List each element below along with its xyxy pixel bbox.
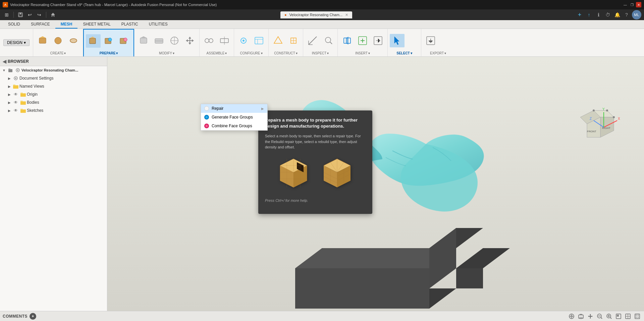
inspect-btn-1[interactable] (305, 34, 320, 47)
grid-menu-button[interactable]: ⊞ (3, 11, 11, 19)
svg-rect-41 (8, 68, 10, 70)
tab-solid[interactable]: SOLID (3, 20, 25, 29)
update-button[interactable]: ↑ (585, 11, 593, 19)
configure-btn-1[interactable] (236, 34, 251, 47)
browser-collapse-button[interactable]: ◀ (3, 59, 6, 64)
tree-item-named-views[interactable]: ▶ Named Views (0, 82, 107, 90)
construct-label[interactable]: CONSTRUCT▾ (271, 51, 301, 55)
inspect-btn-2[interactable] (321, 34, 335, 47)
tree-item-doc-settings[interactable]: ▶ Document Settings (0, 74, 107, 82)
save-button[interactable] (16, 11, 24, 19)
assemble-btn-1[interactable] (202, 34, 216, 47)
viewport-layout-button[interactable] (624, 312, 632, 320)
display-mode-button[interactable] (614, 312, 623, 320)
window-controls[interactable]: — ❐ ✕ (623, 2, 641, 7)
tree-arrow-bodies[interactable]: ▶ (7, 100, 12, 105)
tree-label-root: Velociraptor Resonating Cham... (21, 68, 78, 72)
design-dropdown-button[interactable]: DESIGN ▾ (0, 29, 33, 56)
assemble-btn-2[interactable] (217, 34, 232, 47)
tree-arrow-origin[interactable]: ▶ (7, 92, 12, 97)
svg-rect-50 (20, 101, 26, 105)
tab-plastic[interactable]: PLASTIC (116, 20, 144, 29)
insert-btn-1[interactable] (340, 34, 355, 47)
construct-btn-1[interactable] (271, 34, 285, 47)
prepare-btn-3[interactable] (117, 34, 131, 48)
snap-button[interactable] (568, 312, 576, 320)
construct-btn-2[interactable] (286, 34, 301, 47)
assemble-label[interactable]: ASSEMBLE▾ (202, 51, 232, 55)
svg-point-5 (55, 37, 61, 44)
tree-item-root[interactable]: ▼ Velociraptor Resonating Cham... (0, 66, 107, 74)
tree-arrow-root[interactable]: ▼ (1, 67, 7, 73)
eye-icon-bodies[interactable]: 👁 (13, 99, 19, 105)
eye-icon-sketches[interactable]: 👁 (13, 107, 19, 113)
info-button[interactable]: ℹ (594, 11, 602, 19)
undo-button[interactable]: ↩ (26, 11, 34, 19)
minimize-button[interactable]: — (623, 2, 628, 7)
add-comment-button[interactable]: + (30, 313, 36, 320)
select-label[interactable]: SELECT▾ (390, 51, 419, 55)
configure-btn-2[interactable] (252, 34, 266, 47)
tab-utilities[interactable]: UTILITIES (144, 20, 173, 29)
dropdown-item-generate[interactable]: Generate Face Groups (201, 113, 267, 122)
create-btn-1[interactable] (35, 34, 50, 47)
configure-label[interactable]: CONFIGURE▾ (236, 51, 266, 55)
help-description: Select a mesh body to repair, then selec… (265, 133, 366, 150)
svg-rect-2 (19, 15, 22, 16)
tree-item-sketches[interactable]: ▶ 👁 Sketches (0, 106, 107, 114)
prepare-btn-2[interactable] (101, 34, 116, 48)
modify-btn-2[interactable] (152, 34, 166, 47)
create-btn-2[interactable] (51, 34, 65, 47)
help-button[interactable]: ? (623, 11, 631, 19)
print-button[interactable] (577, 312, 585, 320)
modify-btn-3[interactable] (167, 34, 182, 47)
tab-mesh[interactable]: MESH (55, 20, 78, 29)
dropdown-item-repair[interactable]: Repair ▶ (201, 104, 267, 113)
user-avatar[interactable]: ML (632, 10, 641, 19)
select-btn-main[interactable] (390, 34, 405, 47)
tree-label-origin: Origin (27, 92, 38, 97)
redo-button[interactable]: ↪ (35, 11, 43, 19)
create-label[interactable]: CREATE▾ (35, 51, 81, 55)
home-button[interactable] (49, 11, 57, 19)
insert-label[interactable]: INSERT▾ (340, 51, 385, 55)
tree-arrow-sketches[interactable]: ▶ (7, 108, 12, 113)
more-viewport-button[interactable] (633, 312, 641, 320)
zoom-out-button[interactable] (596, 312, 604, 320)
clock-button[interactable]: ⏱ (604, 11, 612, 19)
dropdown-item-combine[interactable]: Combine Face Groups (201, 122, 267, 130)
doc-tab[interactable]: ● Velociraptor Resonating Cham... ✕ (280, 11, 352, 18)
eye-icon-origin[interactable]: 👁 (13, 91, 19, 97)
svg-rect-127 (636, 317, 637, 318)
generate-icon (204, 115, 209, 120)
export-label[interactable]: EXPORT▾ (423, 51, 453, 55)
create-btn-3[interactable] (66, 34, 81, 47)
tree-arrow-named-views[interactable]: ▶ (7, 84, 12, 89)
prepare-btn-repair[interactable] (86, 34, 101, 48)
dropdown-item-repair-label: Repair (212, 106, 223, 111)
pan-button[interactable] (586, 312, 594, 320)
viewport[interactable]: FRONT RIGHT X Y Z (107, 57, 644, 311)
zoom-in-button[interactable] (605, 312, 613, 320)
repair-more-icon[interactable]: ▶ (261, 107, 264, 110)
notification-button[interactable]: 🔔 (613, 11, 621, 19)
tree-arrow-doc-settings[interactable]: ▶ (7, 76, 12, 81)
export-btn-1[interactable] (423, 34, 438, 47)
prepare-label[interactable]: PREPARE▾ (86, 51, 131, 55)
tab-surface[interactable]: SURFACE (25, 20, 55, 29)
maximize-button[interactable]: ❐ (629, 2, 635, 7)
insert-btn-3[interactable] (371, 34, 385, 47)
modify-btn-move[interactable] (182, 34, 197, 47)
tab-sheet-metal[interactable]: SHEET METAL (77, 20, 116, 29)
insert-btn-2[interactable] (355, 34, 370, 47)
close-button[interactable]: ✕ (636, 2, 641, 7)
doc-tab-close[interactable]: ✕ (345, 13, 348, 17)
modify-label[interactable]: MODIFY▾ (136, 51, 197, 55)
modify-btn-1[interactable] (136, 34, 151, 47)
tree-item-origin[interactable]: ▶ 👁 Origin (0, 90, 107, 98)
titlebar: A Velociraptor Resonating Chamber Stand … (0, 0, 644, 9)
svg-point-71 (613, 116, 615, 118)
add-button[interactable]: + (576, 11, 584, 19)
tree-item-bodies[interactable]: ▶ 👁 Bodies (0, 98, 107, 106)
inspect-label[interactable]: INSPECT▾ (305, 51, 335, 55)
